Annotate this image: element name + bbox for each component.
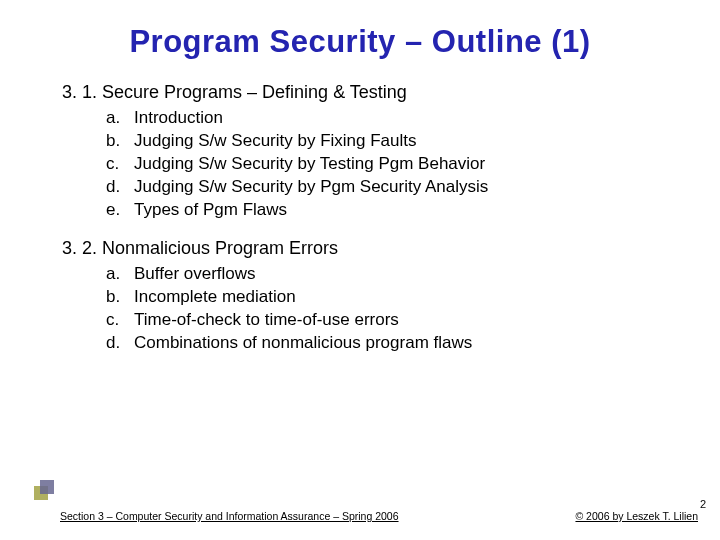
list-text: Incomplete mediation [134,287,296,306]
list-text: Introduction [134,108,223,127]
list-item: c.Judging S/w Security by Testing Pgm Be… [106,153,670,176]
section-list: a.Buffer overflows b.Incomplete mediatio… [106,263,670,355]
list-marker: c. [106,153,134,176]
list-item: d.Judging S/w Security by Pgm Security A… [106,176,670,199]
list-text: Buffer overflows [134,264,256,283]
corner-decoration [34,480,54,500]
list-item: d.Combinations of nonmalicious program f… [106,332,670,355]
list-item: c.Time-of-check to time-of-use errors [106,309,670,332]
list-item: b.Judging S/w Security by Fixing Faults [106,130,670,153]
list-item: b.Incomplete mediation [106,286,670,309]
slide-title: Program Security – Outline (1) [50,24,670,60]
section-heading: 3. 2. Nonmalicious Program Errors [62,238,670,259]
section-2: 3. 2. Nonmalicious Program Errors a.Buff… [50,238,670,355]
list-text: Judging S/w Security by Pgm Security Ana… [134,177,488,196]
list-text: Judging S/w Security by Testing Pgm Beha… [134,154,485,173]
section-list: a.Introduction b.Judging S/w Security by… [106,107,670,222]
section-heading: 3. 1. Secure Programs – Defining & Testi… [62,82,670,103]
list-text: Combinations of nonmalicious program fla… [134,333,472,352]
list-item: a.Introduction [106,107,670,130]
list-text: Time-of-check to time-of-use errors [134,310,399,329]
list-marker: d. [106,332,134,355]
list-marker: b. [106,130,134,153]
list-marker: a. [106,107,134,130]
list-marker: d. [106,176,134,199]
footer-left: Section 3 – Computer Security and Inform… [60,510,399,522]
list-text: Types of Pgm Flaws [134,200,287,219]
footer: Section 3 – Computer Security and Inform… [0,510,720,522]
square-icon [40,480,54,494]
list-marker: a. [106,263,134,286]
section-1: 3. 1. Secure Programs – Defining & Testi… [50,82,670,222]
list-marker: b. [106,286,134,309]
footer-right: © 2006 by Leszek T. Lilien [575,510,698,522]
list-marker: c. [106,309,134,332]
slide: Program Security – Outline (1) 3. 1. Sec… [0,0,720,540]
list-item: e.Types of Pgm Flaws [106,199,670,222]
list-item: a.Buffer overflows [106,263,670,286]
list-text: Judging S/w Security by Fixing Faults [134,131,417,150]
page-number: 2 [700,498,706,510]
list-marker: e. [106,199,134,222]
